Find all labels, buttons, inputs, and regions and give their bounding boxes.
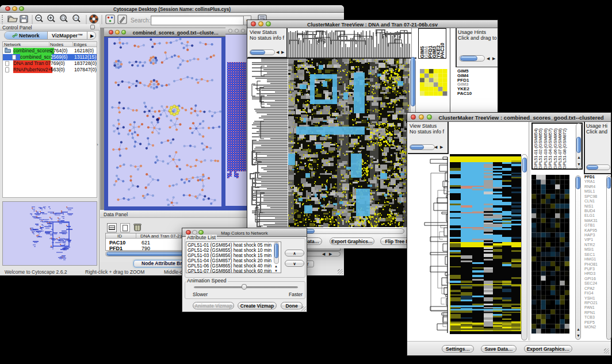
svg-text:1:1: 1:1 [74, 17, 78, 20]
